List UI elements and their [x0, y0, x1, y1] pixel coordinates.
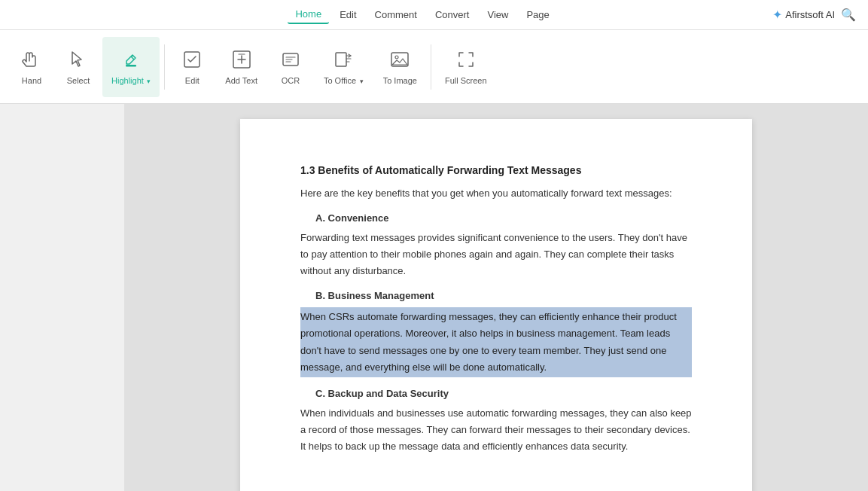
tool-edit-label: Edit [185, 76, 199, 85]
tool-highlight[interactable]: Highlight ▾ [102, 37, 160, 97]
tool-to-office-label: To Office ▾ [324, 76, 364, 85]
menu-bar: Home Edit Comment Convert View Page ✦ Af… [0, 0, 868, 30]
svg-rect-4 [336, 53, 346, 66]
tool-ocr-label: OCR [282, 76, 300, 85]
tool-full-screen[interactable]: Full Screen [436, 37, 496, 97]
highlight-icon [120, 49, 142, 73]
tool-hand-label: Hand [22, 76, 41, 85]
menu-items: Home Edit Comment Convert View Page [72, 5, 772, 24]
toolbar-separator-1 [164, 44, 165, 90]
section-a-title: A. Convenience [315, 212, 692, 224]
section-c-text: When individuals and businesses use auto… [300, 405, 692, 455]
menu-page[interactable]: Page [519, 6, 556, 23]
select-icon [68, 49, 89, 73]
ai-star-icon: ✦ [772, 8, 782, 22]
svg-rect-5 [391, 53, 408, 66]
menu-view[interactable]: View [480, 6, 516, 23]
section-intro: Here are the key benefits that you get w… [300, 185, 692, 202]
left-panel [0, 104, 124, 491]
menu-comment[interactable]: Comment [367, 6, 425, 23]
full-screen-icon [455, 49, 477, 73]
add-text-icon [231, 49, 252, 73]
section-b-text: When CSRs automate forwarding messages, … [300, 307, 692, 377]
document-page: 1.3 Benefits of Automatically Forwarding… [240, 119, 752, 491]
svg-point-6 [395, 56, 398, 59]
hand-icon [21, 49, 42, 73]
tool-full-screen-label: Full Screen [445, 76, 487, 85]
section-a-text: Forwarding text messages provides signif… [300, 230, 692, 279]
to-office-icon [333, 49, 354, 73]
section-heading: 1.3 Benefits of Automatically Forwarding… [300, 164, 692, 176]
content-area[interactable]: 1.3 Benefits of Automatically Forwarding… [124, 104, 868, 491]
to-image-icon [389, 49, 410, 73]
tool-select[interactable]: Select [56, 37, 101, 97]
tool-select-label: Select [67, 76, 90, 85]
user-name: Afirstsoft AI [785, 9, 835, 20]
tool-to-image[interactable]: To Image [374, 37, 426, 97]
toolbar-separator-2 [431, 44, 431, 90]
menu-convert[interactable]: Convert [428, 6, 477, 23]
main-area: 1.3 Benefits of Automatically Forwarding… [0, 104, 868, 491]
ai-user-badge: ✦ Afirstsoft AI [772, 8, 835, 22]
tool-to-image-label: To Image [383, 76, 417, 85]
section-b-title: B. Business Management [315, 290, 692, 301]
tool-highlight-label: Highlight ▾ [111, 76, 151, 85]
tool-add-text-label: Add Text [225, 76, 257, 85]
menu-right: ✦ Afirstsoft AI 🔍 [772, 8, 856, 22]
ocr-icon [280, 49, 301, 73]
edit-icon [181, 49, 203, 73]
section-c-title: C. Backup and Data Security [315, 388, 692, 399]
tool-edit[interactable]: Edit [169, 37, 215, 97]
svg-rect-0 [126, 65, 136, 67]
toolbar: Hand Select Highlight ▾ [0, 30, 868, 104]
tool-add-text[interactable]: Add Text [216, 37, 266, 97]
tool-ocr[interactable]: OCR [268, 37, 313, 97]
tool-to-office[interactable]: To Office ▾ [315, 37, 373, 97]
search-button[interactable]: 🔍 [841, 8, 856, 22]
menu-edit[interactable]: Edit [332, 6, 364, 23]
tool-hand[interactable]: Hand [9, 37, 54, 97]
menu-home[interactable]: Home [288, 5, 329, 24]
